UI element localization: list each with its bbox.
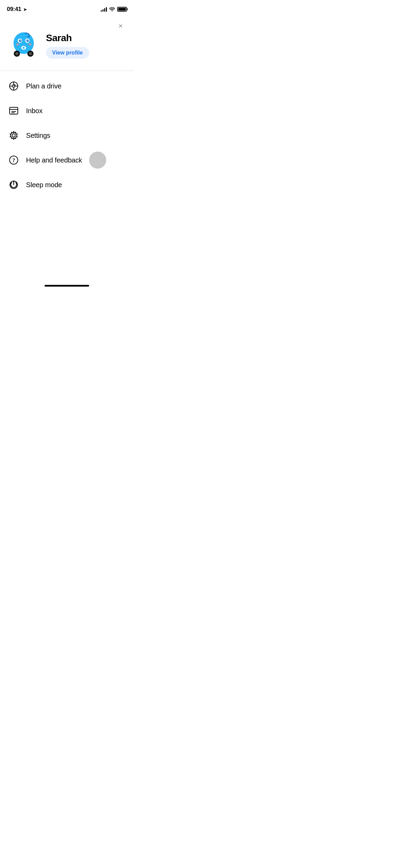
status-bar: 09:41 ➤	[0, 0, 134, 16]
svg-point-14	[15, 52, 19, 55]
menu-item-plan-drive[interactable]: Plan a drive	[0, 74, 134, 98]
svg-point-10	[16, 43, 20, 46]
location-arrow-icon: ➤	[23, 7, 27, 12]
inbox-icon	[8, 105, 19, 116]
help-feedback-label: Help and feedback	[26, 156, 82, 164]
profile-info: Sarah View profile	[46, 33, 89, 59]
avatar	[8, 30, 39, 61]
menu-item-help-feedback[interactable]: ? Help and feedback	[0, 148, 134, 172]
settings-label: Settings	[26, 132, 50, 140]
time-display: 09:41	[7, 6, 21, 12]
svg-point-6	[27, 40, 28, 41]
settings-icon	[8, 130, 19, 141]
plan-drive-label: Plan a drive	[26, 82, 61, 90]
svg-rect-9	[22, 49, 26, 50]
help-icon: ?	[8, 155, 19, 166]
wifi-icon	[109, 7, 115, 12]
svg-point-27	[12, 134, 15, 137]
battery-icon	[117, 7, 127, 12]
menu-item-inbox[interactable]: Inbox	[0, 98, 134, 123]
sleep-icon	[8, 179, 19, 190]
close-button[interactable]: ×	[115, 21, 126, 32]
svg-point-8	[23, 47, 24, 49]
home-indicator	[45, 285, 89, 287]
status-time: 09:41 ➤	[7, 6, 27, 13]
menu-item-settings[interactable]: Settings	[0, 123, 134, 148]
waze-avatar-icon	[8, 30, 39, 61]
menu-item-sleep-mode[interactable]: Sleep mode	[0, 172, 134, 197]
view-profile-button[interactable]: View profile	[46, 47, 89, 59]
svg-point-15	[29, 52, 32, 55]
sleep-mode-label: Sleep mode	[26, 181, 62, 189]
plan-drive-icon	[8, 81, 19, 92]
profile-section: Sarah View profile	[0, 22, 134, 71]
svg-text:?: ?	[12, 157, 15, 163]
status-icons	[101, 7, 127, 12]
inbox-label: Inbox	[26, 107, 42, 115]
menu-list: Plan a drive Inbox Settings ?	[0, 71, 134, 200]
svg-point-5	[20, 40, 21, 41]
username: Sarah	[46, 33, 89, 44]
svg-point-11	[28, 43, 32, 46]
touch-ripple	[89, 152, 106, 169]
signal-bars-icon	[101, 7, 107, 12]
